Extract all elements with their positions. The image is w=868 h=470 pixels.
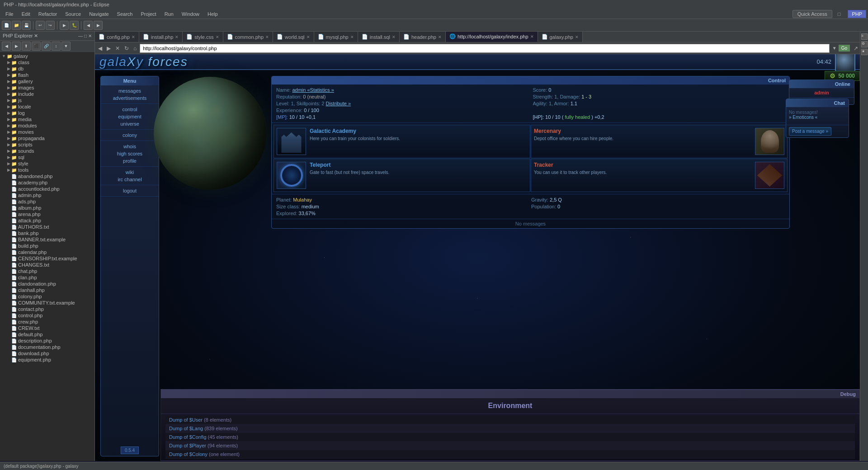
- distribute-link[interactable]: Distribute »: [326, 101, 351, 106]
- card-teleport[interactable]: Teleport Gate to fast (but not free) spa…: [274, 159, 530, 192]
- toolbar-debug[interactable]: 🐛: [70, 21, 79, 30]
- toolbar-new[interactable]: 📄: [2, 21, 11, 30]
- tree-root-galaxy[interactable]: ▼ 📁 galaxy: [0, 53, 94, 59]
- tree-item-attack[interactable]: ▶ 📄 attack.php: [0, 217, 94, 224]
- right-panel-btn-2[interactable]: ⚙: [861, 41, 868, 47]
- tree-item-contact[interactable]: ▶ 📄 contact.php: [0, 306, 94, 312]
- quick-access-button[interactable]: Quick Access: [793, 10, 832, 18]
- tree-item-include[interactable]: ▶ 📁 include: [0, 91, 94, 97]
- tree-item-db[interactable]: ▶ 📁 db: [0, 66, 94, 72]
- menu-colony[interactable]: colony: [104, 132, 156, 139]
- debug-row-config[interactable]: Dump of $Config (45 elements): [165, 433, 855, 442]
- tree-item-control[interactable]: ▶ 📄 control.php: [0, 312, 94, 319]
- browser-home[interactable]: ⌂: [132, 45, 138, 52]
- sidebar-forward-btn[interactable]: ▶: [12, 42, 21, 51]
- tree-item-modules[interactable]: ▶ 📁 modules: [0, 122, 94, 129]
- tab-common[interactable]: 📄 common.php ✕: [223, 32, 274, 42]
- toolbar-back[interactable]: ◀: [84, 21, 93, 30]
- sidebar-close[interactable]: ✕: [88, 33, 92, 38]
- tree-item-clanhall[interactable]: ▶ 📄 clanhall.php: [0, 287, 94, 293]
- tree-item-movies[interactable]: ▶ 📁 movies: [0, 129, 94, 135]
- card-mercenary-title[interactable]: Mercenary: [534, 128, 561, 134]
- menu-project[interactable]: Project: [137, 10, 160, 18]
- tab-install-sql[interactable]: 📄 install.sql ✕: [358, 32, 400, 42]
- card-academy[interactable]: Galactic Academy Here you can train your…: [274, 125, 530, 158]
- tree-item-images[interactable]: ▶ 📁 images: [0, 85, 94, 91]
- tree-item-gallery[interactable]: ▶ 📁 gallery: [0, 78, 94, 85]
- tree-item-documentation[interactable]: ▶ 📄 documentation.php: [0, 344, 94, 350]
- tree-item-log[interactable]: ▶ 📁 log: [0, 110, 94, 116]
- tab-install[interactable]: 📄 install.php ✕: [139, 32, 183, 42]
- php-perspective-button[interactable]: PHP: [848, 10, 866, 18]
- toolbar-open[interactable]: 📁: [12, 21, 21, 30]
- debug-row-player[interactable]: Dump of $Player (94 elements): [165, 442, 855, 450]
- card-teleport-title[interactable]: Teleport: [310, 162, 330, 168]
- tree-item-clandonation[interactable]: ▶ 📄 clandonation.php: [0, 281, 94, 287]
- tab-close-icon[interactable]: ✕: [530, 34, 534, 39]
- browser-back[interactable]: ◀: [97, 45, 104, 52]
- menu-help[interactable]: Help: [204, 10, 222, 18]
- sidebar-menu-btn[interactable]: ▼: [61, 42, 71, 51]
- card-academy-title[interactable]: Galactic Academy: [310, 128, 356, 134]
- card-tracker[interactable]: Tracker You can use it to track other pl…: [531, 159, 788, 192]
- player-name-link[interactable]: admin «Statistics »: [292, 87, 334, 93]
- toolbar-redo[interactable]: ↪: [46, 21, 55, 30]
- tree-item-build[interactable]: ▶ 📄 build.php: [0, 243, 94, 249]
- sidebar-link-btn[interactable]: 🔗: [42, 42, 51, 51]
- menu-high-scores[interactable]: high scores: [104, 150, 156, 157]
- debug-row-colony[interactable]: Dump of $Colony (one element): [165, 450, 855, 459]
- tab-close-icon[interactable]: ✕: [438, 35, 442, 39]
- menu-universe[interactable]: universe: [104, 120, 156, 127]
- tab-header[interactable]: 📄 header.php ✕: [400, 32, 446, 42]
- tree-item-banner[interactable]: ▶ 📄 BANNER.txt.example: [0, 236, 94, 243]
- tree-item-description[interactable]: ▶ 📄 description.php: [0, 338, 94, 344]
- menu-run[interactable]: Run: [161, 10, 177, 18]
- tab-config[interactable]: 📄 config.php ✕: [95, 32, 139, 42]
- chat-post-button[interactable]: Post a message »: [789, 127, 831, 136]
- sidebar-back-btn[interactable]: ◀: [2, 42, 11, 51]
- debug-row-user[interactable]: Dump of $User (8 elements): [165, 416, 855, 424]
- toolbar-save[interactable]: 💾: [22, 21, 31, 30]
- menu-edit[interactable]: Edit: [18, 10, 34, 18]
- browser-refresh[interactable]: ↻: [123, 45, 130, 52]
- tree-item-crew[interactable]: ▶ 📄 crew.php: [0, 319, 94, 325]
- sidebar-maximize[interactable]: □: [84, 33, 87, 38]
- menu-messages[interactable]: messages: [104, 87, 156, 94]
- browser-stop[interactable]: ✕: [114, 45, 121, 52]
- toolbar-run[interactable]: ▶: [60, 21, 69, 30]
- tab-close-icon[interactable]: ✕: [307, 35, 310, 39]
- menu-advertisements[interactable]: advertisements: [104, 94, 156, 102]
- tree-item-js[interactable]: ▶ 📁 js: [0, 97, 94, 103]
- tab-close-icon[interactable]: ✕: [216, 35, 219, 39]
- tree-item-media[interactable]: ▶ 📁 media: [0, 116, 94, 122]
- tab-galaxy[interactable]: 📄 galaxy.php ✕: [538, 32, 583, 42]
- tab-close-icon[interactable]: ✕: [350, 35, 354, 39]
- tree-item-bank[interactable]: ▶ 📄 bank.php: [0, 230, 94, 236]
- sidebar-up-btn[interactable]: ⬆: [22, 42, 31, 51]
- right-panel-btn-1[interactable]: ≡: [861, 33, 868, 40]
- browser-forward[interactable]: ▶: [105, 45, 112, 52]
- menu-refactor[interactable]: Refactor: [35, 10, 61, 18]
- right-panel-btn-3[interactable]: ★: [861, 49, 868, 55]
- tree-item-crew-txt[interactable]: ▶ 📄 CREW.txt: [0, 325, 94, 331]
- tree-item-download[interactable]: ▶ 📄 download.php: [0, 350, 94, 357]
- tree-item-changes[interactable]: ▶ 📄 CHANGES.txt: [0, 262, 94, 268]
- tab-close-icon[interactable]: ✕: [175, 35, 179, 39]
- tab-index-active[interactable]: 🌐 http://localhost/galaxy/index.php ✕: [446, 32, 538, 42]
- tree-item-equipment[interactable]: ▶ 📄 equipment.php: [0, 357, 94, 363]
- debug-row-lang[interactable]: Dump of $Lang (839 elements): [165, 424, 855, 433]
- toolbar-undo[interactable]: ↩: [36, 21, 45, 30]
- browser-go-button[interactable]: Go: [839, 45, 850, 52]
- menu-equipment[interactable]: equipment: [104, 113, 156, 120]
- tab-world-sql[interactable]: 📄 world.sql ✕: [273, 32, 314, 42]
- tab-mysql[interactable]: 📄 mysql.php ✕: [314, 32, 358, 42]
- menu-profile[interactable]: profile: [104, 157, 156, 164]
- tree-item-sql[interactable]: ▶ 📁 sql: [0, 154, 94, 160]
- menu-logout[interactable]: logout: [104, 187, 156, 194]
- tab-style[interactable]: 📄 style.css ✕: [183, 32, 223, 42]
- tree-item-class[interactable]: ▶ 📁 class: [0, 59, 94, 66]
- sidebar-sync-btn[interactable]: ↕: [52, 42, 61, 51]
- tab-close-icon[interactable]: ✕: [575, 35, 579, 39]
- toolbar-forward[interactable]: ▶: [94, 21, 103, 30]
- tree-item-admin[interactable]: ▶ 📄 admin.php: [0, 192, 94, 198]
